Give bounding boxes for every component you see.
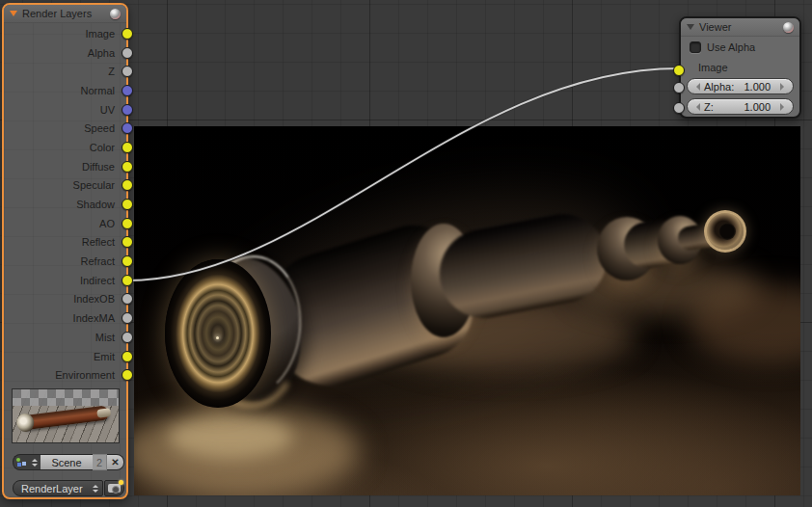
socket-label: Image <box>85 28 115 40</box>
render-preview-thumbnail <box>12 388 120 443</box>
socket-label: Diffuse <box>82 161 115 173</box>
alpha-field-row: Alpha: 1.000 <box>687 78 794 94</box>
socket-row: Z <box>4 62 126 81</box>
output-socket-diffuse[interactable] <box>122 161 133 173</box>
output-socket-indexma[interactable] <box>122 312 133 324</box>
socket-row: Mist <box>4 328 126 347</box>
output-socket-indirect[interactable] <box>122 275 133 286</box>
socket-row: Reflect <box>4 233 126 253</box>
telescope-eyepiece-hole <box>718 223 736 240</box>
use-alpha-row: Use Alpha <box>690 41 791 53</box>
output-socket-mist[interactable] <box>122 332 133 343</box>
material-sphere-icon <box>110 9 121 19</box>
image-input-label: Image <box>698 62 728 73</box>
render-layers-node[interactable]: Render Layers Image Alpha Z Normal UV Sp… <box>2 3 128 499</box>
field-label: Alpha: <box>704 81 734 93</box>
output-socket-refract[interactable] <box>122 255 133 267</box>
node-title: Viewer <box>699 21 778 33</box>
step-right-icon[interactable] <box>780 103 784 111</box>
collapse-triangle-icon[interactable] <box>10 11 17 16</box>
input-socket-alpha[interactable] <box>673 82 685 93</box>
socket-label: Shadow <box>76 199 115 210</box>
scene-name: Scene <box>51 457 81 468</box>
socket-label: IndexOB <box>73 293 115 305</box>
field-value: 1.000 <box>744 101 776 113</box>
socket-label: Reflect <box>82 236 115 248</box>
socket-label: UV <box>100 104 115 116</box>
socket-label: AO <box>99 218 115 229</box>
step-right-icon[interactable] <box>780 83 784 91</box>
output-socket-indexob[interactable] <box>122 293 133 305</box>
step-left-icon[interactable] <box>696 83 700 91</box>
alpha-number-field[interactable]: Alpha: 1.000 <box>687 78 794 94</box>
socket-label: Z <box>108 66 115 77</box>
socket-row: Speed <box>4 119 126 138</box>
socket-row: IndexMA <box>4 308 126 328</box>
thumbnail-telescope <box>19 405 109 430</box>
socket-label: Speed <box>84 122 115 134</box>
socket-label: Normal <box>81 85 115 96</box>
material-sphere-icon <box>783 22 794 33</box>
use-alpha-checkbox[interactable] <box>690 41 701 53</box>
scene-datablock-icon <box>16 458 27 467</box>
render-layer-button[interactable] <box>104 480 124 496</box>
use-alpha-label: Use Alpha <box>707 41 755 53</box>
field-label: Z: <box>704 101 714 113</box>
telescope-lens-glint <box>216 336 219 339</box>
output-socket-specular[interactable] <box>122 179 133 191</box>
z-field-row: Z: 1.000 <box>687 98 794 115</box>
socket-row: UV <box>4 100 126 120</box>
scene-name-field[interactable]: Scene <box>41 454 93 470</box>
viewer-node[interactable]: Viewer Use Alpha Image Alpha: 1.000 Z: 1… <box>679 16 801 119</box>
output-socket-environment[interactable] <box>122 369 133 381</box>
output-socket-uv[interactable] <box>122 104 133 116</box>
output-socket-emit[interactable] <box>122 351 133 362</box>
output-socket-alpha[interactable] <box>122 47 133 59</box>
output-socket-reflect[interactable] <box>122 236 133 248</box>
socket-row: Alpha <box>4 43 126 63</box>
socket-label: Color <box>90 142 115 153</box>
camera-render-icon <box>108 484 121 493</box>
socket-row: IndexOB <box>4 290 126 309</box>
browse-arrows-icon <box>32 459 38 467</box>
unlink-scene-button[interactable]: ✕ <box>107 454 124 470</box>
output-socket-list: Image Alpha Z Normal UV Speed Color Diff… <box>4 23 126 385</box>
z-number-field[interactable]: Z: 1.000 <box>687 98 794 115</box>
socket-label: Specular <box>73 179 115 191</box>
socket-row: Specular <box>4 176 126 196</box>
render-layer-dropdown[interactable]: RenderLayer <box>13 480 103 496</box>
socket-label: Mist <box>95 332 115 343</box>
ground-glow <box>168 415 293 459</box>
node-editor-canvas[interactable]: Render Layers Image Alpha Z Normal UV Sp… <box>0 0 812 507</box>
input-socket-z[interactable] <box>673 102 685 114</box>
output-socket-image[interactable] <box>122 28 133 40</box>
socket-row: Emit <box>4 347 126 366</box>
input-socket-image[interactable] <box>673 65 685 76</box>
socket-row: Diffuse <box>4 157 126 176</box>
telescope-lens <box>165 259 271 408</box>
render-layers-header[interactable]: Render Layers <box>4 5 126 23</box>
socket-row: Image <box>4 24 126 43</box>
node-title: Render Layers <box>22 8 105 19</box>
socket-label: Refract <box>81 255 115 267</box>
output-socket-ao[interactable] <box>122 218 133 229</box>
output-socket-color[interactable] <box>122 142 133 153</box>
output-socket-normal[interactable] <box>122 85 133 96</box>
socket-label: Environment <box>55 369 115 381</box>
step-left-icon[interactable] <box>696 103 700 111</box>
output-socket-speed[interactable] <box>122 122 133 134</box>
field-value: 1.000 <box>744 81 776 93</box>
backdrop-image <box>134 126 800 495</box>
socket-label: Indirect <box>80 275 115 286</box>
socket-row: Environment <box>4 365 126 385</box>
browse-scene-button[interactable] <box>13 454 41 470</box>
close-icon: ✕ <box>111 457 119 467</box>
socket-row: Indirect <box>4 271 126 290</box>
scene-users-count[interactable]: 2 <box>93 454 107 470</box>
scene-selector-row: Scene 2 ✕ <box>13 454 124 470</box>
output-socket-z[interactable] <box>122 66 133 77</box>
viewer-header[interactable]: Viewer <box>681 18 799 37</box>
socket-row: Shadow <box>4 195 126 214</box>
collapse-triangle-icon[interactable] <box>687 24 694 30</box>
output-socket-shadow[interactable] <box>122 199 133 210</box>
